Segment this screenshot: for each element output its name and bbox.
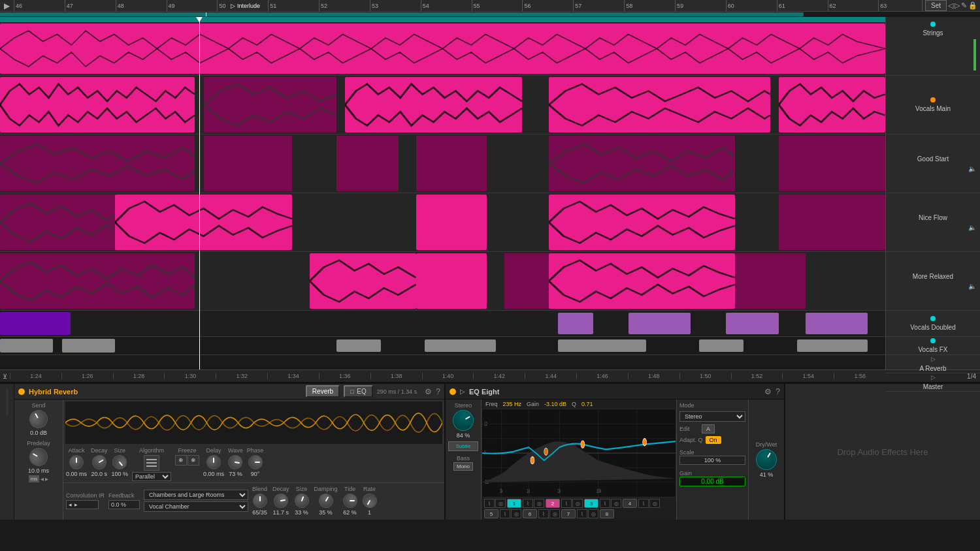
band-btn-4[interactable]: 4	[623, 499, 637, 508]
clip-vocals-1[interactable]	[0, 77, 195, 133]
clip-mr-dark-2[interactable]	[504, 253, 549, 309]
clip-mr-1[interactable]	[0, 253, 195, 309]
lock-icon[interactable]: 🔒	[968, 1, 977, 10]
clip-mr-pink-3[interactable]	[549, 253, 735, 309]
band-btn-7[interactable]: 7	[561, 509, 576, 518]
phase-knob[interactable]	[248, 455, 263, 469]
decay-knob[interactable]	[90, 452, 109, 472]
band-btn-5[interactable]: 5	[484, 509, 498, 518]
dry-wet-knob[interactable]	[752, 445, 781, 474]
band-6-filter[interactable]: ◎	[511, 509, 521, 518]
clip-vfx-2[interactable]	[62, 339, 115, 353]
delay-knob[interactable]	[206, 455, 221, 469]
edit-a-button[interactable]: A	[702, 424, 715, 433]
tab-eq[interactable]: □ EQ	[344, 385, 373, 398]
clip-vfx-4[interactable]	[425, 339, 495, 352]
clip-strings-1[interactable]	[0, 24, 885, 74]
clip-vd-1[interactable]	[0, 312, 71, 335]
arrow-left-icon[interactable]: ◂	[41, 475, 44, 482]
band-btn-3[interactable]: 3	[584, 499, 598, 508]
clip-vocals-4[interactable]	[779, 77, 885, 133]
question-icon[interactable]: ?	[436, 387, 440, 396]
clip-gs-1[interactable]	[0, 136, 195, 191]
clip-mr-dark-3[interactable]	[735, 253, 806, 309]
band-btn-2[interactable]: 2	[546, 499, 560, 508]
clip-mr-pink-1[interactable]	[310, 253, 416, 309]
stereo-knob[interactable]	[449, 406, 478, 435]
clip-vfx-5[interactable]	[558, 339, 647, 352]
clip-vocals-3[interactable]	[549, 77, 770, 133]
clip-nf-pink-1[interactable]	[115, 195, 292, 250]
band-4-filter[interactable]: ◎	[611, 499, 621, 508]
ms-button[interactable]: ms	[29, 475, 40, 482]
next-icon[interactable]: ▷	[955, 1, 960, 10]
pencil-icon[interactable]: ✎	[961, 1, 967, 10]
send-knob[interactable]	[26, 407, 51, 432]
band-8-type[interactable]: ⌇	[577, 509, 587, 518]
ir-preset-select[interactable]: Vocal Chamber	[144, 501, 248, 512]
reverb-decay-knob[interactable]	[272, 492, 289, 509]
set-button[interactable]: Set	[925, 0, 947, 11]
clip-gs-3[interactable]	[336, 136, 399, 191]
clip-nf-pink-2[interactable]	[416, 195, 487, 250]
blend-knob[interactable]	[253, 494, 267, 508]
band-2-filter[interactable]: ◎	[534, 499, 544, 508]
clip-vfx-3[interactable]	[336, 339, 381, 352]
band-4-type[interactable]: ⌇	[600, 499, 610, 508]
settings-icon[interactable]: ⚙	[425, 387, 432, 396]
band-2-type[interactable]: ⌇	[523, 499, 533, 508]
arrow-left-small[interactable]: ◂	[69, 501, 72, 508]
freeze-button-1[interactable]: ❄	[175, 455, 187, 465]
gain-out-value[interactable]: 0.00 dB	[679, 477, 745, 486]
adapt-q-button[interactable]: On	[706, 436, 721, 444]
reverb-size-knob[interactable]	[292, 492, 310, 510]
clip-gs-4[interactable]	[416, 136, 487, 191]
clip-vd-3[interactable]	[629, 313, 691, 334]
band-5-type[interactable]: ⌇	[638, 499, 649, 508]
clip-vfx-7[interactable]	[797, 339, 868, 352]
clip-vd-4[interactable]	[726, 313, 779, 334]
band-1-filter[interactable]: ◎	[495, 499, 506, 508]
band-1-type[interactable]: ⌇	[484, 499, 495, 508]
fold-icon[interactable]: ⊻	[0, 373, 10, 380]
predelay-knob[interactable]	[26, 445, 51, 469]
clip-mr-pink-2[interactable]	[416, 253, 487, 309]
eq-power-led[interactable]	[449, 388, 456, 395]
tide-knob[interactable]	[343, 494, 357, 508]
eq-settings-icon[interactable]: ⚙	[764, 387, 772, 396]
eq-question-icon[interactable]: ?	[776, 387, 780, 396]
clip-vfx-1[interactable]	[0, 339, 53, 353]
prev-icon[interactable]: ◁	[948, 1, 953, 10]
clip-gs-2[interactable]	[204, 136, 293, 191]
ir-category-select[interactable]: Chambers and Large Rooms	[144, 490, 248, 500]
mode-select[interactable]: Stereo M/S Left/Right	[679, 411, 745, 422]
band-7-filter[interactable]: ◎	[549, 509, 560, 518]
band-btn-1[interactable]: 1	[507, 499, 521, 508]
rate-knob[interactable]	[360, 491, 380, 511]
band-7-type[interactable]: ⌇	[538, 509, 549, 518]
clip-vocals-2[interactable]	[345, 77, 522, 133]
tab-reverb[interactable]: Reverb	[306, 385, 340, 398]
clip-nf-dark-1[interactable]	[779, 195, 885, 250]
band-3-filter[interactable]: ◎	[572, 499, 583, 508]
clip-vocals-dark-1[interactable]	[204, 77, 336, 133]
size-knob[interactable]	[110, 452, 130, 473]
vintage-button[interactable]: Subtle	[448, 441, 478, 451]
bass-mode-button[interactable]: Mono	[453, 462, 473, 471]
band-6-type[interactable]: ⌇	[500, 509, 510, 518]
band-8-filter[interactable]: ◎	[588, 509, 598, 518]
conv-ir-nav[interactable]: ◂ ▸	[66, 500, 99, 509]
band-btn-6[interactable]: 6	[523, 509, 537, 518]
drop-zone[interactable]: Drop Audio Effects Here	[784, 384, 980, 520]
attack-knob[interactable]	[69, 455, 84, 469]
clip-vd-2[interactable]	[558, 313, 593, 334]
band-btn-8[interactable]: 8	[600, 509, 614, 518]
device-power-led[interactable]	[18, 388, 25, 395]
arrow-right-small[interactable]: ▸	[74, 501, 78, 508]
clip-vfx-6[interactable]	[699, 339, 743, 352]
play-icon[interactable]: ▶	[0, 1, 14, 10]
freeze-button-2[interactable]: ❄	[188, 455, 199, 465]
clip-vd-5[interactable]	[806, 313, 868, 334]
band-5-filter[interactable]: ◎	[649, 499, 660, 508]
algorithm-select[interactable]: Parallel Serial Split	[132, 472, 171, 481]
